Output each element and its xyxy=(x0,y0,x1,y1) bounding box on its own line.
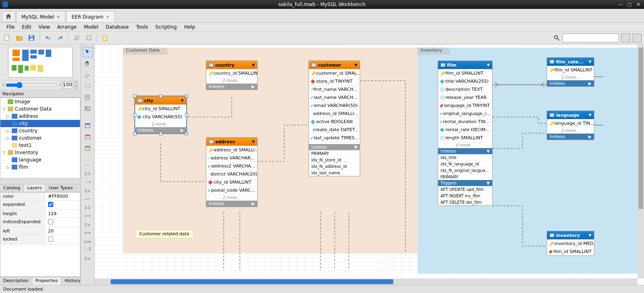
tool-button-a[interactable] xyxy=(72,33,82,43)
expanded-checkbox[interactable] xyxy=(48,202,53,207)
view-tool[interactable] xyxy=(82,132,93,142)
zoom-out-icon[interactable] xyxy=(2,82,4,88)
tree-item[interactable]: Image xyxy=(15,99,30,105)
more-columns[interactable]: 2 more... xyxy=(547,74,594,80)
tab-layers[interactable]: Layers xyxy=(24,184,45,192)
more-columns[interactable]: 2 more... xyxy=(135,121,186,127)
relation-1-n-tool[interactable] xyxy=(82,177,93,187)
tab-close-icon[interactable]: × xyxy=(106,14,109,19)
close-button[interactable]: ✕ xyxy=(634,1,642,8)
zoom-in-icon[interactable] xyxy=(59,82,61,88)
tree-item[interactable]: text1 xyxy=(19,142,31,148)
region-tool[interactable] xyxy=(82,81,93,91)
entity-language[interactable]: language▼ language_id TIN... 2 more... I… xyxy=(547,111,594,140)
entity-film[interactable]: film▼ film_id SMALLINT title VARCHAR(255… xyxy=(438,61,493,206)
relation-1-1-tool[interactable] xyxy=(82,160,93,170)
entity-country[interactable]: country▼ country_id SMALLINT 2 more... I… xyxy=(206,61,258,90)
tab-usertypes[interactable]: User Types xyxy=(46,184,77,192)
tree-item[interactable]: film xyxy=(19,164,28,170)
menu-edit[interactable]: Edit xyxy=(19,23,34,31)
image-tool[interactable] xyxy=(82,103,93,114)
tab-properties[interactable]: Properties xyxy=(32,277,62,285)
relation-1-n-id-tool[interactable] xyxy=(82,211,93,221)
new-file-button[interactable] xyxy=(2,33,12,43)
section-indexes[interactable]: Indexes xyxy=(550,134,565,139)
indices-expanded-checkbox[interactable] xyxy=(48,219,53,224)
home-tab[interactable] xyxy=(2,11,15,22)
note-customer[interactable]: Customer related data xyxy=(135,229,194,239)
tab-catalog[interactable]: Catalog xyxy=(0,184,24,192)
diagram-canvas[interactable]: Customer Data Customer related data Inve… xyxy=(94,44,638,278)
eraser-tool[interactable] xyxy=(82,69,93,80)
menu-tools[interactable]: Tools xyxy=(133,23,151,31)
prop-value[interactable] xyxy=(46,201,80,209)
menu-arrange[interactable]: Arrange xyxy=(54,23,80,31)
zoom-slider[interactable] xyxy=(6,82,58,88)
tab-eer-diagram[interactable]: EER Diagram × xyxy=(66,11,115,22)
region-customer-data[interactable]: Customer Data Customer related data xyxy=(123,48,417,253)
menu-help[interactable]: Help xyxy=(181,23,198,31)
tab-description[interactable]: Description xyxy=(0,277,32,285)
section-indexes[interactable]: Indexes xyxy=(441,149,456,153)
zoom-value[interactable]: 100 xyxy=(63,82,73,89)
layer-tree[interactable]: Image ▽Customer Data ▷address ▷city ▷cou… xyxy=(0,98,80,178)
pointer-tool[interactable] xyxy=(82,47,93,57)
more-columns[interactable]: 2 more... xyxy=(206,194,257,201)
prop-value[interactable] xyxy=(46,235,80,244)
entity-inventory[interactable]: inventory▼ inventory_id MED... film_id S… xyxy=(547,231,594,256)
toggle-right-panel-button[interactable] xyxy=(633,33,642,42)
tree-item[interactable]: Inventory xyxy=(15,150,38,155)
tool-button-c[interactable] xyxy=(101,33,110,43)
menu-file[interactable]: File xyxy=(3,23,18,31)
tab-mysql-model[interactable]: MySQL Model × xyxy=(16,11,65,22)
section-indexes[interactable]: Indexes xyxy=(138,128,153,132)
redo-button[interactable] xyxy=(55,33,65,43)
tree-item[interactable]: address xyxy=(19,113,38,119)
entity-film-category[interactable]: film_cate...▼ film_id SMALLINT 2 more...… xyxy=(547,57,594,87)
entity-city[interactable]: city▼ city_id SMALLINT city VARCHAR(50) … xyxy=(135,96,187,134)
section-indexes[interactable]: Indexes xyxy=(550,81,565,86)
toggle-left-panel-button[interactable] xyxy=(621,33,630,42)
tool-button-b[interactable] xyxy=(84,33,94,43)
save-button[interactable] xyxy=(27,33,36,43)
routine-tool[interactable] xyxy=(82,143,93,153)
relation-n-m-tool[interactable] xyxy=(82,228,93,238)
prop-value[interactable]: #FF8000 xyxy=(46,193,80,200)
entity-customer[interactable]: customer▼ customer_id SMAL... store_id T… xyxy=(308,61,360,176)
relation-pick-tool[interactable] xyxy=(82,245,93,255)
canvas-vscrollbar[interactable] xyxy=(638,44,644,278)
prop-value[interactable] xyxy=(46,218,80,227)
search-input[interactable] xyxy=(562,33,619,42)
tree-item[interactable]: customer xyxy=(19,135,42,141)
entity-address[interactable]: address▼ address_id SMALLI... address VA… xyxy=(206,137,258,207)
section-indexes[interactable]: Indexes xyxy=(209,201,224,206)
canvas-hscrollbar[interactable] xyxy=(94,278,638,285)
section-indexes[interactable]: Indexes xyxy=(209,84,224,89)
properties-grid[interactable]: color#FF8000 expanded height129 indicesE… xyxy=(0,192,80,277)
relation-1-1-id-tool[interactable] xyxy=(82,194,93,204)
hand-tool[interactable] xyxy=(82,58,93,69)
menu-model[interactable]: Model xyxy=(81,23,102,31)
tree-item[interactable]: Customer Data xyxy=(15,106,52,112)
prop-value[interactable]: 20 xyxy=(46,227,80,235)
tree-item[interactable]: country xyxy=(19,128,38,134)
more-columns[interactable]: 2 more... xyxy=(206,77,257,84)
menu-database[interactable]: Database xyxy=(103,23,132,31)
section-indexes[interactable]: Indexes xyxy=(311,145,327,149)
tab-close-icon[interactable]: × xyxy=(57,14,60,19)
prop-value[interactable]: 129 xyxy=(46,210,80,218)
open-file-button[interactable] xyxy=(15,33,24,43)
undo-button[interactable] xyxy=(43,33,53,43)
tree-item[interactable]: language xyxy=(19,157,42,163)
minimize-button[interactable]: — xyxy=(617,1,625,8)
tree-item-city[interactable]: city xyxy=(19,121,28,126)
diagram-overview[interactable] xyxy=(0,44,80,80)
menu-view[interactable]: View xyxy=(35,23,53,31)
zoom-stepper[interactable]: ⌄ xyxy=(74,82,78,89)
section-triggers[interactable]: Triggers xyxy=(441,181,457,185)
note-tool[interactable] xyxy=(82,92,93,103)
locked-checkbox[interactable] xyxy=(48,236,53,242)
menu-scripting[interactable]: Scripting xyxy=(152,23,180,31)
table-tool[interactable] xyxy=(82,120,93,131)
more-columns[interactable]: 2 more... xyxy=(547,127,594,134)
